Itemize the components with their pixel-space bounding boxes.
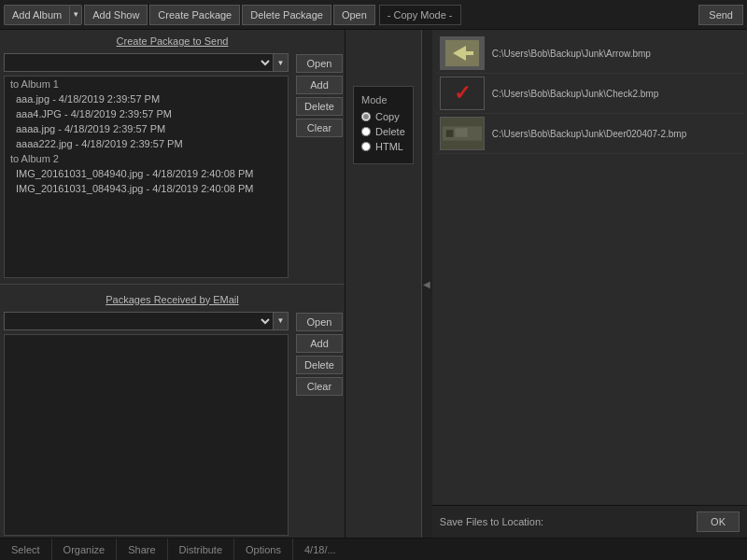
list-item[interactable]: aaaa222.jpg - 4/18/2019 2:39:57 PM (5, 136, 288, 151)
left-panel: Create Package to Send ▼ to Album 1 aaa.… (0, 30, 345, 538)
status-distribute[interactable]: Distribute (168, 539, 234, 560)
preview-item[interactable]: C:\Users\Bob\Backup\Junk\Arrow.bmp (436, 34, 743, 74)
preview-path: C:\Users\Bob\Backup\Junk\Arrow.bmp (492, 49, 651, 59)
mode-delete-label: Delete (375, 126, 405, 137)
list-item[interactable]: aaa.jpg - 4/18/2019 2:39:57 PM (5, 91, 288, 106)
bottom-section: ▼ Open Add Delete Clear (0, 309, 345, 539)
list-item[interactable]: aaaa.jpg - 4/18/2019 2:39:57 PM (5, 121, 288, 136)
copy-mode-label: - Copy Mode - (379, 5, 461, 25)
top-dropdown-arrow[interactable]: ▼ (274, 53, 289, 72)
preview-item[interactable]: ✓ C:\Users\Bob\Backup\Junk\Check2.bmp (436, 74, 743, 114)
create-package-section-header: Create Package to Send (0, 30, 345, 50)
preview-path: C:\Users\Bob\Backup\Junk\Deer020407-2.bm… (492, 129, 686, 139)
preview-thumbnail: ✓ (440, 77, 485, 110)
status-bar: Select Organize Share Distribute Options… (0, 538, 747, 560)
status-options[interactable]: Options (234, 539, 293, 560)
save-location-bar: Save Files to Location: OK (432, 505, 747, 538)
mode-delete-radio[interactable] (361, 127, 371, 136)
bottom-dropdown-select[interactable] (4, 312, 274, 330)
bottom-open-button[interactable]: Open (296, 313, 343, 331)
status-organize[interactable]: Organize (52, 539, 118, 560)
list-item[interactable]: IMG_20161031_084943.jpg - 4/18/2019 2:40… (5, 181, 288, 196)
right-panel: C:\Users\Bob\Backup\Junk\Arrow.bmp ✓ C:\… (432, 30, 747, 538)
top-delete-button[interactable]: Delete (296, 97, 343, 116)
top-add-button[interactable]: Add (296, 76, 343, 94)
deer-thumbnail (441, 118, 484, 149)
mode-copy-label: Copy (375, 111, 400, 122)
file-preview-list: C:\Users\Bob\Backup\Junk\Arrow.bmp ✓ C:\… (432, 30, 747, 505)
top-file-controls: Open Add Delete Clear (292, 50, 345, 280)
bottom-dropdown-row: ▼ (0, 309, 292, 332)
middle-panel-wrapper: Mode Copy Delete HTML ◀ (345, 30, 432, 538)
svg-rect-5 (455, 128, 467, 137)
bottom-delete-button[interactable]: Delete (296, 356, 343, 374)
packages-received-header: Packages Received by EMail (0, 288, 345, 309)
mode-html-label: HTML (375, 141, 403, 152)
list-item: to Album 2 (5, 151, 288, 166)
bottom-dropdown-arrow[interactable]: ▼ (274, 312, 289, 330)
status-date: 4/18/... (293, 539, 347, 560)
check-thumbnail: ✓ (441, 77, 484, 109)
top-toolbar: Add Album ▼ Add Show Create Package Dele… (0, 0, 747, 30)
ok-button[interactable]: OK (697, 511, 740, 532)
list-item: to Album 1 (5, 77, 288, 91)
top-clear-button[interactable]: Clear (296, 119, 343, 137)
preview-thumbnail (440, 117, 485, 150)
top-section: ▼ to Album 1 aaa.jpg - 4/18/2019 2:39:57… (0, 50, 345, 280)
open-button-top[interactable]: Open (333, 5, 375, 25)
bottom-add-button[interactable]: Add (296, 334, 343, 353)
mode-option-delete[interactable]: Delete (361, 126, 405, 137)
save-location-label: Save Files to Location: (440, 516, 543, 527)
preview-thumbnail (440, 36, 485, 70)
list-item[interactable]: aaa4.JPG - 4/18/2019 2:39:57 PM (5, 106, 288, 121)
list-item[interactable]: IMG_20161031_084940.jpg - 4/18/2019 2:40… (5, 166, 288, 181)
status-share[interactable]: Share (117, 539, 167, 560)
top-open-button[interactable]: Open (296, 54, 343, 73)
create-package-button[interactable]: Create Package (149, 5, 240, 25)
mode-copy-radio[interactable] (361, 112, 371, 121)
status-select[interactable]: Select (0, 539, 52, 560)
divider (0, 284, 345, 285)
send-button[interactable]: Send (698, 5, 743, 25)
arrow-thumbnail (441, 37, 484, 69)
mode-box: Mode Copy Delete HTML (353, 86, 414, 164)
bottom-file-list-wrapper: ▼ (0, 309, 292, 539)
mode-title: Mode (361, 94, 405, 105)
main-layout: Create Package to Send ▼ to Album 1 aaa.… (0, 30, 747, 538)
top-dropdown-row: ▼ (0, 50, 292, 74)
mode-option-html[interactable]: HTML (361, 141, 405, 152)
preview-path: C:\Users\Bob\Backup\Junk\Check2.bmp (492, 89, 658, 99)
add-show-button[interactable]: Add Show (84, 5, 148, 25)
svg-rect-4 (446, 130, 454, 137)
collapse-panel-button[interactable]: ◀ (421, 30, 432, 538)
mode-option-copy[interactable]: Copy (361, 111, 405, 122)
delete-package-button[interactable]: Delete Package (242, 5, 331, 25)
file-list-wrapper: ▼ to Album 1 aaa.jpg - 4/18/2019 2:39:57… (0, 50, 292, 280)
bottom-file-controls: Open Add Delete Clear (292, 309, 345, 539)
middle-panel: Mode Copy Delete HTML (345, 30, 421, 538)
top-dropdown-select[interactable] (4, 53, 274, 72)
add-album-button[interactable]: Add Album (4, 5, 69, 25)
preview-item[interactable]: C:\Users\Bob\Backup\Junk\Deer020407-2.bm… (436, 114, 743, 154)
bottom-clear-button[interactable]: Clear (296, 377, 343, 396)
mode-html-radio[interactable] (361, 142, 371, 151)
add-album-arrow[interactable]: ▼ (69, 5, 82, 25)
file-list-area: to Album 1 aaa.jpg - 4/18/2019 2:39:57 P… (4, 76, 289, 278)
add-album-dropdown[interactable]: Add Album ▼ (4, 5, 82, 25)
bottom-file-list-area (4, 334, 289, 537)
